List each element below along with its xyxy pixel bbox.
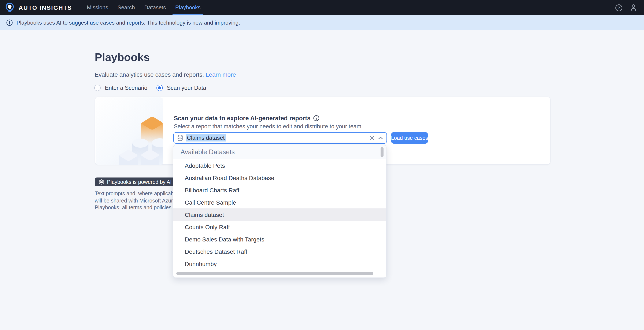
dropdown-horizontal-scrollbar[interactable] bbox=[176, 272, 374, 275]
info-icon bbox=[6, 19, 13, 26]
nav-item-playbooks[interactable]: Playbooks bbox=[173, 0, 203, 15]
dropdown-item-call-centre-sample[interactable]: Call Centre Sample bbox=[173, 196, 386, 208]
disclosure-line: Text prompts and, where applicable, t bbox=[95, 190, 182, 197]
user-icon[interactable] bbox=[629, 4, 638, 12]
dataset-dropdown: Available Datasets Adoptable Pets Austra… bbox=[173, 145, 386, 278]
dropdown-item-billboard-charts-raff[interactable]: Billboard Charts Raff bbox=[173, 184, 386, 196]
dataset-select-input[interactable]: Claims dataset bbox=[173, 132, 387, 144]
page-subtitle-text: Evaluate analytics use cases and reports… bbox=[95, 71, 204, 78]
ai-badge: Playbooks is powered by AI bbox=[95, 178, 176, 186]
nav-item-search[interactable]: Search bbox=[115, 0, 138, 15]
radio-selected-icon[interactable] bbox=[156, 85, 162, 91]
dropdown-item-adoptable-pets[interactable]: Adoptable Pets bbox=[173, 159, 386, 172]
load-use-cases-button[interactable]: Load use cases bbox=[391, 132, 428, 144]
learn-more-link[interactable]: Learn more bbox=[206, 71, 236, 78]
card-title-row: Scan your data to explore AI-generated r… bbox=[174, 115, 320, 122]
disclosure-line: will be shared with Microsoft Azure O bbox=[95, 197, 182, 204]
card-subtitle: Select a report that matches your needs … bbox=[174, 123, 361, 130]
page-subtitle: Evaluate analytics use cases and reports… bbox=[95, 71, 236, 78]
card-title: Scan your data to explore AI-generated r… bbox=[174, 115, 310, 122]
brand-title: AUTO INSIGHTS bbox=[18, 4, 72, 11]
lightbulb-icon[interactable] bbox=[5, 3, 15, 13]
nav-item-missions[interactable]: Missions bbox=[84, 0, 111, 15]
scenario-toggle: Enter a Scenario Scan your Data bbox=[94, 85, 206, 91]
chevron-up-icon[interactable] bbox=[378, 136, 383, 139]
clear-icon[interactable] bbox=[370, 136, 374, 140]
dropdown-header-label: Available Datasets bbox=[180, 148, 235, 156]
banner-message: Playbooks uses AI to suggest use cases a… bbox=[16, 19, 240, 26]
info-icon[interactable] bbox=[314, 115, 320, 121]
dropdown-item-australian-road-deaths-database[interactable]: Australian Road Deaths Database bbox=[173, 172, 386, 184]
dropdown-item-deutsches-dataset-raff[interactable]: Deutsches Dataset Raff bbox=[173, 245, 386, 258]
radio-label: Enter a Scenario bbox=[105, 85, 147, 91]
ai-disclosure-text: Text prompts and, where applicable, t wi… bbox=[95, 190, 182, 211]
dropdown-item-dunnhumby[interactable]: Dunnhumby bbox=[173, 258, 386, 270]
dropdown-vertical-scrollbar[interactable] bbox=[380, 147, 384, 157]
top-navbar: AUTO INSIGHTS Missions Search Datasets P… bbox=[0, 0, 644, 15]
dropdown-item-counts-only-raff[interactable]: Counts Only Raff bbox=[173, 221, 386, 233]
cubes-illustration bbox=[96, 97, 163, 165]
nav-item-datasets[interactable]: Datasets bbox=[142, 0, 168, 15]
dropdown-header: Available Datasets bbox=[173, 145, 386, 159]
help-icon[interactable]: ? bbox=[614, 4, 623, 12]
playbooks-page: AUTO INSIGHTS Missions Search Datasets P… bbox=[0, 0, 644, 330]
radio-scan-your-data[interactable]: Scan your Data bbox=[156, 85, 206, 91]
sparkle-icon bbox=[98, 179, 104, 185]
ai-badge-label: Playbooks is powered by AI bbox=[107, 179, 172, 185]
dropdown-item-claims-dataset[interactable]: Claims dataset bbox=[173, 208, 386, 221]
radio-enter-a-scenario[interactable]: Enter a Scenario bbox=[94, 85, 147, 91]
ai-info-banner: Playbooks uses AI to suggest use cases a… bbox=[0, 15, 644, 30]
disclosure-line: Playbooks, all terms and policies of A bbox=[95, 204, 182, 211]
database-icon bbox=[177, 134, 183, 141]
dropdown-item-demo-sales-data-with-targets[interactable]: Demo Sales Data with Targets bbox=[173, 233, 386, 245]
svg-text:?: ? bbox=[617, 6, 620, 10]
selected-dataset-value[interactable]: Claims dataset bbox=[186, 134, 226, 141]
page-title: Playbooks bbox=[95, 51, 150, 64]
radio-label: Scan your Data bbox=[167, 85, 206, 91]
radio-unselected-icon[interactable] bbox=[94, 85, 101, 91]
